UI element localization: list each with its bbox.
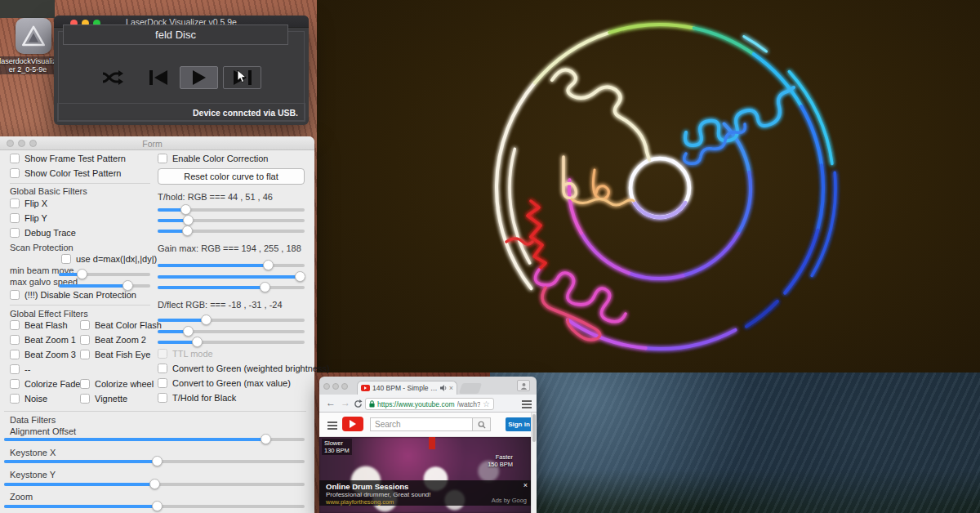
reload-icon[interactable] [354, 399, 363, 408]
browser-tab[interactable]: 140 BPM - Simple Stra × [357, 381, 457, 395]
shuffle-button[interactable] [93, 66, 131, 89]
thold-for-black-row[interactable]: T/Hold for Black [158, 393, 236, 403]
slider-thumb[interactable] [192, 337, 203, 347]
beat-zoom1-checkbox[interactable] [10, 335, 20, 345]
slider-thumb[interactable] [260, 282, 270, 292]
dflect-b-slider[interactable] [158, 337, 305, 348]
slider-thumb[interactable] [201, 314, 212, 325]
dash-effect-checkbox[interactable] [10, 364, 20, 374]
beat-fish-eye-row[interactable]: Beat Fish Eye [80, 350, 150, 359]
disable-scan-checkbox[interactable] [10, 290, 20, 300]
zoom-traffic-light[interactable] [341, 383, 348, 390]
disable-scan-row[interactable]: (!!!) Disable Scan Protection [10, 290, 136, 300]
slider-thumb[interactable] [263, 260, 274, 270]
dash-effect-row[interactable]: -- [10, 364, 30, 374]
beat-color-flash-row[interactable]: Beat Color Flash [80, 320, 162, 330]
close-traffic-light[interactable] [323, 383, 330, 390]
beat-zoom1-row[interactable]: Beat Zoom 1 [10, 335, 76, 345]
thold-for-black-checkbox[interactable] [158, 393, 167, 403]
beat-fish-eye-checkbox[interactable] [80, 350, 90, 359]
youtube-search-input[interactable] [370, 417, 473, 431]
colorize-fade-row[interactable]: Colorize Fade [10, 379, 80, 389]
slider-thumb[interactable] [182, 225, 193, 236]
debug-trace-checkbox[interactable] [10, 228, 20, 238]
zoom-slider[interactable] [4, 501, 305, 512]
beat-flash-row[interactable]: Beat Flash [10, 320, 68, 330]
flip-x-row[interactable]: Flip X [10, 199, 47, 208]
enable-color-correction-row[interactable]: Enable Color Correction [158, 154, 268, 163]
previous-button[interactable] [139, 66, 177, 89]
vignette-checkbox[interactable] [80, 394, 90, 404]
show-color-test-row[interactable]: Show Color Test Pattern [10, 168, 121, 178]
use-dmax-row[interactable]: use d=max(|dx|,|dy|) [61, 254, 157, 264]
tab-close-icon[interactable]: × [449, 384, 453, 392]
debug-trace-row[interactable]: Debug Trace [10, 228, 76, 238]
profile-button[interactable] [517, 380, 530, 391]
bookmark-star-icon[interactable]: ☆ [483, 399, 490, 408]
youtube-search-button[interactable] [473, 417, 491, 431]
beat-zoom3-row[interactable]: Beat Zoom 3 [10, 350, 76, 359]
minimize-traffic-light[interactable] [332, 383, 339, 390]
enable-cc-checkbox[interactable] [158, 154, 167, 163]
gain-b-slider[interactable] [158, 282, 305, 293]
show-color-checkbox[interactable] [10, 168, 20, 178]
slider-thumb[interactable] [183, 326, 194, 337]
colorize-wheel-checkbox[interactable] [80, 379, 90, 389]
slider-thumb[interactable] [183, 215, 194, 225]
noise-row[interactable]: Noise [10, 394, 47, 404]
ad-overlay[interactable]: Online Drum Sessions Professional drumme… [319, 480, 531, 506]
ad-url[interactable]: www.playforthesong.com [326, 498, 394, 506]
ad-close-icon[interactable]: × [523, 481, 528, 489]
beat-zoom3-checkbox[interactable] [10, 350, 20, 359]
slider-thumb[interactable] [149, 479, 160, 489]
flip-x-checkbox[interactable] [10, 199, 20, 208]
colorize-wheel-row[interactable]: Colorize wheel [80, 379, 154, 389]
convert-green-max-checkbox[interactable] [158, 378, 167, 388]
gain-r-slider[interactable] [158, 260, 305, 271]
new-tab-button[interactable] [459, 383, 482, 394]
play-button[interactable] [180, 66, 218, 89]
use-dmax-checkbox[interactable] [61, 254, 71, 264]
tab-audio-icon[interactable] [440, 385, 447, 391]
scrollbar-thumb[interactable] [532, 414, 536, 442]
flip-y-checkbox[interactable] [10, 213, 20, 223]
convert-green-max-row[interactable]: Convert to Green (max value) [158, 378, 291, 388]
page-scrollbar[interactable] [531, 413, 537, 513]
dflect-r-slider[interactable] [158, 314, 305, 326]
beat-color-flash-checkbox[interactable] [80, 320, 90, 330]
keystone-x-slider[interactable] [4, 456, 305, 467]
slider-thumb[interactable] [152, 456, 163, 466]
keystone-y-slider[interactable] [4, 479, 305, 490]
show-frame-test-row[interactable]: Show Frame Test Pattern [10, 154, 126, 163]
forward-button[interactable]: → [341, 397, 350, 408]
back-button[interactable]: ← [326, 397, 336, 408]
reset-color-curve-button[interactable]: Reset color curve to flat [158, 168, 305, 185]
ttl-mode-checkbox[interactable] [158, 349, 167, 359]
vignette-row[interactable]: Vignette [80, 394, 127, 404]
slider-thumb[interactable] [180, 204, 191, 215]
track-name-field[interactable]: feld Disc [63, 25, 288, 45]
beat-zoom2-row[interactable]: Beat Zoom 2 [80, 335, 146, 345]
laserdock-app-icon[interactable] [16, 18, 51, 54]
slider-thumb[interactable] [77, 269, 87, 279]
slider-thumb[interactable] [261, 434, 271, 444]
ttl-mode-row[interactable]: TTL mode [158, 349, 213, 359]
dflect-g-slider[interactable] [158, 326, 305, 337]
beat-zoom2-checkbox[interactable] [80, 335, 90, 345]
video-player[interactable]: Slower 130 BPM Faster 150 BPM Online Dru… [319, 437, 531, 513]
alignment-offset-slider[interactable] [4, 434, 305, 445]
thold-b-slider[interactable] [158, 225, 305, 237]
slider-thumb[interactable] [152, 501, 163, 511]
sign-in-button[interactable]: Sign in [506, 417, 532, 431]
thold-r-slider[interactable] [158, 204, 305, 216]
thold-g-slider[interactable] [158, 215, 305, 226]
address-bar[interactable]: https://www.youtube.com /watch?v=... ☆ [365, 398, 494, 410]
show-frame-checkbox[interactable] [10, 154, 20, 163]
next-button[interactable] [223, 66, 261, 89]
convert-green-weighted-row[interactable]: Convert to Green (weighted brightness) [158, 364, 330, 373]
youtube-logo[interactable] [342, 417, 363, 431]
ad-title[interactable]: Online Drum Sessions [326, 482, 408, 491]
gain-g-slider[interactable] [158, 271, 305, 283]
youtube-guide-icon[interactable] [327, 420, 337, 431]
colorize-fade-checkbox[interactable] [10, 379, 20, 389]
